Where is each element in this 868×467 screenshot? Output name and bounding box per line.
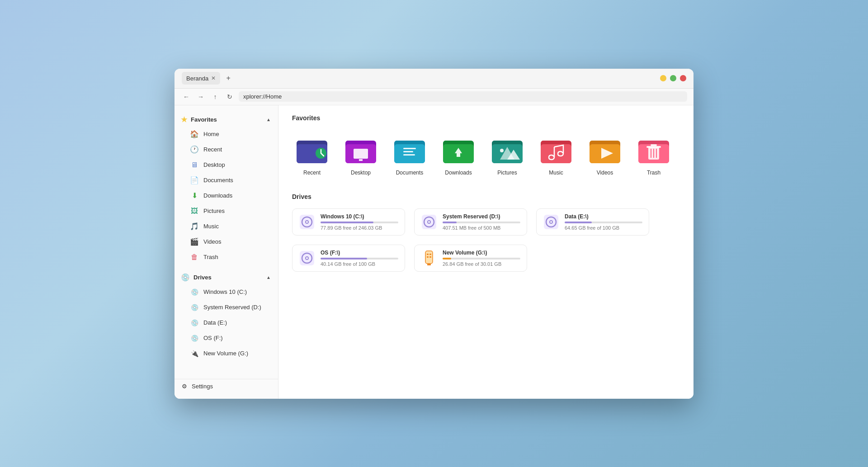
drive-g[interactable]: New Volume (G:\) 26.84 GB free of 30.01 … bbox=[414, 245, 527, 272]
folder-documents[interactable]: Documents bbox=[390, 130, 429, 179]
drive-g-icon bbox=[421, 250, 437, 266]
svg-rect-10 bbox=[403, 151, 413, 152]
trash-icon: 🗑 bbox=[190, 253, 199, 262]
tab-close-icon[interactable]: ✕ bbox=[211, 75, 216, 81]
svg-rect-28 bbox=[646, 146, 661, 148]
settings-icon: ⚙ bbox=[182, 383, 187, 390]
folder-pictures-label: Pictures bbox=[497, 170, 517, 176]
svg-point-40 bbox=[428, 221, 430, 223]
sidebar-item-music[interactable]: 🎵 Music bbox=[177, 219, 275, 234]
folder-downloads-icon bbox=[442, 133, 475, 166]
drive-f[interactable]: OS (F:\) 40.14 GB free of 100 GB bbox=[292, 245, 405, 272]
drive-d-icon bbox=[421, 214, 437, 230]
close-button[interactable] bbox=[680, 75, 686, 81]
folder-videos-icon bbox=[589, 133, 621, 166]
svg-rect-5 bbox=[354, 149, 368, 159]
folder-recent-icon bbox=[296, 133, 328, 166]
favorites-section-title: ★ Favorites bbox=[181, 115, 217, 124]
home-icon: 🏠 bbox=[190, 130, 199, 139]
settings-button[interactable]: ⚙ Settings bbox=[175, 379, 278, 393]
drive-c[interactable]: Windows 10 (C:\) 77.89 GB free of 246.03… bbox=[292, 208, 405, 236]
drive-e-name: Data (E:\) bbox=[565, 213, 642, 220]
sidebar-item-trash[interactable]: 🗑 Trash bbox=[177, 250, 275, 265]
folder-music[interactable]: Music bbox=[536, 130, 576, 179]
svg-rect-52 bbox=[429, 254, 431, 255]
forward-button[interactable]: → bbox=[195, 91, 206, 102]
drive-c-fill bbox=[321, 222, 373, 223]
sidebar-item-documents[interactable]: 📄 Documents bbox=[177, 173, 275, 188]
sidebar-item-videos[interactable]: 🎬 Videos bbox=[177, 234, 275, 250]
folder-pictures[interactable]: Pictures bbox=[487, 130, 527, 179]
drive-d[interactable]: System Reserved (D:\) 407.51 MB free of … bbox=[414, 208, 527, 236]
svg-rect-50 bbox=[427, 264, 431, 265]
drive-c-free: 77.89 GB free of 246.03 GB bbox=[321, 225, 398, 231]
favorites-chevron-icon[interactable]: ▲ bbox=[266, 117, 271, 122]
folder-videos-label: Videos bbox=[597, 170, 613, 176]
sidebar-item-drive-f[interactable]: 💿 OS (F:) bbox=[177, 330, 275, 346]
app-window: Beranda ✕ + ← → ↑ ↻ ★ Favorites ▲ bbox=[175, 69, 693, 399]
svg-rect-54 bbox=[429, 256, 431, 258]
pictures-icon: 🖼 bbox=[190, 207, 199, 216]
drive-g-icon: 🔌 bbox=[190, 349, 199, 358]
drive-e-info: Data (E:\) 64.65 GB free of 100 GB bbox=[565, 213, 642, 231]
drive-c-icon bbox=[299, 214, 315, 230]
folder-desktop-label: Desktop bbox=[351, 170, 371, 176]
svg-rect-11 bbox=[403, 154, 415, 156]
drive-d-fill bbox=[443, 222, 457, 223]
svg-rect-51 bbox=[427, 254, 429, 255]
drive-e-bar bbox=[565, 222, 642, 223]
drive-f-free: 40.14 GB free of 100 GB bbox=[321, 261, 398, 267]
sidebar-item-drive-e[interactable]: 💿 Data (E:) bbox=[177, 315, 275, 330]
folder-desktop[interactable]: Desktop bbox=[341, 130, 381, 179]
drive-c-bar bbox=[321, 222, 398, 223]
folder-downloads[interactable]: Downloads bbox=[439, 130, 478, 179]
sidebar-item-downloads[interactable]: ⬇ Downloads bbox=[177, 188, 275, 203]
drives-chevron-icon[interactable]: ▲ bbox=[266, 275, 271, 280]
up-button[interactable]: ↑ bbox=[210, 91, 221, 102]
svg-rect-29 bbox=[651, 144, 657, 146]
folder-trash[interactable]: Trash bbox=[634, 130, 674, 179]
drive-f-bar bbox=[321, 258, 398, 259]
tab-beranda[interactable]: Beranda ✕ bbox=[182, 72, 220, 85]
drives-section-header: 💿 Drives ▲ bbox=[175, 269, 278, 284]
drive-f-icon bbox=[299, 250, 315, 266]
drive-f-icon: 💿 bbox=[190, 334, 199, 343]
sidebar-item-drive-g[interactable]: 🔌 New Volume (G:) bbox=[177, 346, 275, 361]
folder-recent[interactable]: Recent bbox=[292, 130, 332, 179]
sidebar-item-home[interactable]: 🏠 Home bbox=[177, 127, 275, 142]
address-input[interactable] bbox=[239, 91, 687, 102]
drive-e-icon: 💿 bbox=[190, 318, 199, 327]
sidebar-item-desktop[interactable]: 🖥 Desktop bbox=[177, 157, 275, 173]
folder-documents-label: Documents bbox=[396, 170, 424, 176]
drive-g-fill bbox=[443, 258, 451, 259]
new-tab-button[interactable]: + bbox=[222, 72, 235, 85]
svg-point-19 bbox=[500, 149, 504, 152]
minimize-button[interactable] bbox=[660, 75, 666, 81]
sidebar-item-pictures[interactable]: 🖼 Pictures bbox=[177, 203, 275, 219]
sidebar-item-drive-c[interactable]: 💿 Windows 10 (C:) bbox=[177, 284, 275, 300]
svg-point-36 bbox=[306, 221, 308, 223]
drive-e-icon bbox=[543, 214, 559, 230]
folder-music-icon bbox=[540, 133, 572, 166]
drives-section-heading: Drives bbox=[292, 193, 680, 200]
drive-e[interactable]: Data (E:\) 64.65 GB free of 100 GB bbox=[536, 208, 649, 236]
drive-f-info: OS (F:\) 40.14 GB free of 100 GB bbox=[321, 250, 398, 267]
drive-f-name: OS (F:\) bbox=[321, 250, 398, 256]
sidebar-spacer bbox=[175, 361, 278, 379]
refresh-button[interactable]: ↻ bbox=[224, 91, 235, 102]
svg-rect-9 bbox=[403, 148, 416, 149]
svg-point-44 bbox=[550, 221, 552, 223]
sidebar-item-recent[interactable]: 🕐 Recent bbox=[177, 142, 275, 157]
title-bar: Beranda ✕ + bbox=[175, 69, 693, 89]
drive-e-free: 64.65 GB free of 100 GB bbox=[565, 225, 642, 231]
folder-videos[interactable]: Videos bbox=[585, 130, 625, 179]
back-button[interactable]: ← bbox=[181, 91, 192, 102]
sidebar-item-drive-d[interactable]: 💿 System Reserved (D:) bbox=[177, 300, 275, 315]
svg-rect-8 bbox=[394, 144, 425, 163]
maximize-button[interactable] bbox=[670, 75, 676, 81]
sidebar: ★ Favorites ▲ 🏠 Home 🕐 Recent 🖥 Desktop … bbox=[175, 105, 278, 399]
music-icon: 🎵 bbox=[190, 222, 199, 231]
drive-c-info: Windows 10 (C:\) 77.89 GB free of 246.03… bbox=[321, 213, 398, 231]
drives-section-title: 💿 Drives bbox=[181, 273, 212, 282]
address-bar: ← → ↑ ↻ bbox=[175, 89, 693, 105]
